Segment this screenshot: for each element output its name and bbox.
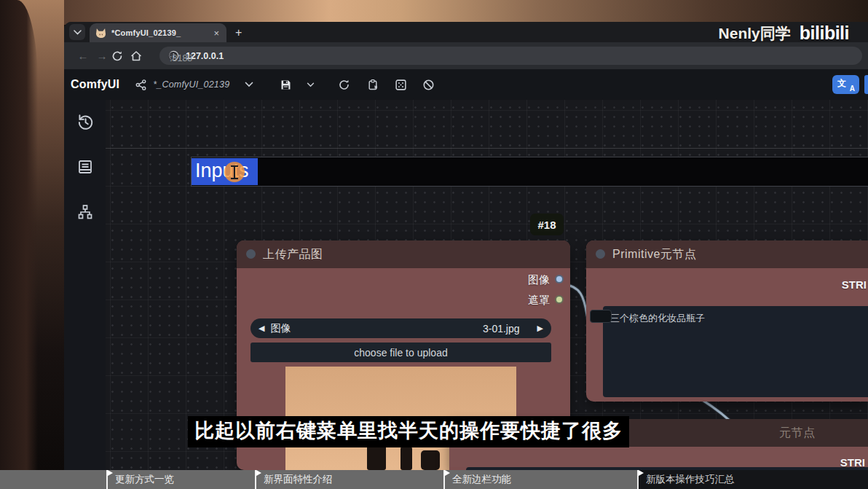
chapter-label: 新版本操作技巧汇总 [646, 470, 735, 489]
url-port: :8188 [168, 52, 177, 60]
watermark-author: Nenly同学 [719, 23, 791, 44]
reload-icon [111, 50, 123, 62]
node-tree-icon [76, 203, 94, 221]
address-bar[interactable]: 127.0.0.1:8188 [159, 47, 862, 65]
video-subtitle: 比起以前右键菜单里找半天的操作要快捷了很多 [188, 416, 629, 447]
output-label-mask: 遮罩 [528, 294, 550, 308]
log-panel-icon [76, 158, 94, 176]
tab-close-button[interactable]: × [212, 28, 221, 39]
sidebar-node-tree-button[interactable] [75, 202, 95, 222]
node-title: 元节点 [779, 419, 816, 447]
home-icon [130, 50, 142, 62]
back-button[interactable]: ← [74, 50, 92, 62]
clipboard-button[interactable] [363, 75, 382, 94]
translate-button[interactable]: 文 A [832, 75, 859, 94]
collapse-dot[interactable] [246, 249, 256, 259]
translate-icon: 文 [837, 77, 846, 90]
chapter-flag-icon [256, 470, 261, 476]
comfyui-sidebar [64, 100, 106, 470]
chapter-flag-icon [108, 470, 113, 476]
bilibili-logo: bilibili [800, 23, 849, 44]
node-primitive[interactable]: Primitive元节点 STRI 三个棕色的化妆品瓶子 [586, 240, 868, 402]
history-icon [76, 112, 95, 131]
node-canvas[interactable]: Inputs #18 上传产品图 图像 遮罩 [106, 100, 868, 470]
tab-search-button[interactable] [69, 24, 85, 40]
node-title: Primitive元节点 [612, 240, 696, 268]
chapter-label: 新界面特性介绍 [264, 470, 333, 489]
bottle-shape [401, 447, 412, 470]
watermark: Nenly同学 bilibili [719, 23, 849, 44]
share-icon [135, 79, 147, 91]
new-tab-button[interactable]: + [235, 27, 242, 39]
workflow-dropdown-button[interactable] [240, 75, 259, 94]
chevron-down-icon [245, 82, 253, 87]
toggle-grid-button[interactable] [391, 75, 410, 94]
chapter-bar: 更新方式一览 新界面特性介绍 全新边栏功能 新版本操作技巧汇总 [0, 470, 868, 489]
collapse-dot[interactable] [596, 249, 605, 259]
chapter-flag-icon [445, 470, 450, 476]
node-id-badge: #18 [530, 214, 564, 235]
combo-next-icon[interactable]: ▶ [537, 324, 543, 333]
group-title-input[interactable]: Inputs [191, 157, 868, 187]
image-combo-widget[interactable]: ◀ 图像 3-01.jpg ▶ [250, 318, 551, 338]
workflow-name[interactable]: *_ComfyUI_02139 [153, 79, 229, 90]
clear-workflow-button[interactable] [419, 75, 438, 94]
output-label-string: STRI [842, 278, 867, 291]
output-port-image[interactable] [555, 275, 564, 283]
node-header[interactable]: 上传产品图 [237, 240, 570, 268]
chevron-down-icon [307, 82, 315, 87]
video-frame: *ComfyUI_02139_ × + ← → 127.0.0.1:8188 C… [0, 0, 868, 489]
chevron-down-icon [74, 30, 82, 35]
home-button[interactable] [130, 50, 149, 62]
sidebar-history-button[interactable] [75, 112, 95, 132]
string-textarea[interactable]: 三个棕色的化妆品瓶子 [603, 306, 868, 397]
text-cursor-icon [231, 165, 238, 179]
save-icon [280, 79, 292, 91]
combo-value: 3-01.jpg [483, 323, 520, 335]
refresh-nodes-button[interactable] [334, 75, 353, 94]
video-background-top [0, 0, 868, 25]
browser-tab[interactable]: *ComfyUI_02139_ × [90, 23, 226, 42]
video-background-left [0, 0, 64, 470]
comfyui-favicon [95, 28, 106, 38]
background-silhouette [0, 0, 38, 470]
grid-dots-icon [395, 79, 407, 91]
save-options-button[interactable] [301, 75, 320, 94]
output-port-mask[interactable] [555, 295, 564, 304]
forward-button[interactable]: → [92, 50, 111, 62]
clipboard-icon [367, 79, 379, 91]
reload-button[interactable] [111, 50, 130, 62]
save-workflow-button[interactable] [276, 75, 295, 94]
comfyui-logo: ComfyUI [71, 78, 119, 91]
bottle-shape [421, 450, 440, 470]
node-title: 上传产品图 [263, 240, 323, 268]
sidebar-logs-button[interactable] [75, 157, 95, 177]
ban-icon [422, 79, 435, 91]
queue-button-partial[interactable] [864, 75, 868, 94]
output-label-image: 图像 [528, 273, 550, 287]
refresh-icon [338, 79, 350, 91]
node-header[interactable]: Primitive元节点 [586, 240, 868, 268]
chapter-label: 全新边栏功能 [452, 470, 511, 489]
combo-prev-icon[interactable]: ◀ [259, 324, 264, 333]
browser-window: *ComfyUI_02139_ × + ← → 127.0.0.1:8188 C… [64, 22, 868, 470]
comfyui-workspace: Inputs #18 上传产品图 图像 遮罩 [64, 100, 868, 470]
chapter-label: 更新方式一览 [115, 470, 174, 489]
link-type-badge [590, 310, 612, 323]
browser-toolbar: ← → 127.0.0.1:8188 [64, 42, 868, 69]
combo-label: 图像 [270, 322, 291, 335]
share-workflow-button[interactable] [131, 75, 150, 94]
mouse-cursor-indicator [224, 162, 245, 182]
node-body [449, 447, 868, 467]
upload-button[interactable]: choose file to upload [250, 343, 551, 362]
chapter-flag-icon [639, 470, 644, 476]
group-outline [106, 148, 868, 149]
tab-title: *ComfyUI_02139_ [111, 28, 212, 37]
comfyui-menubar: ComfyUI *_ComfyUI_02139 [64, 69, 868, 100]
